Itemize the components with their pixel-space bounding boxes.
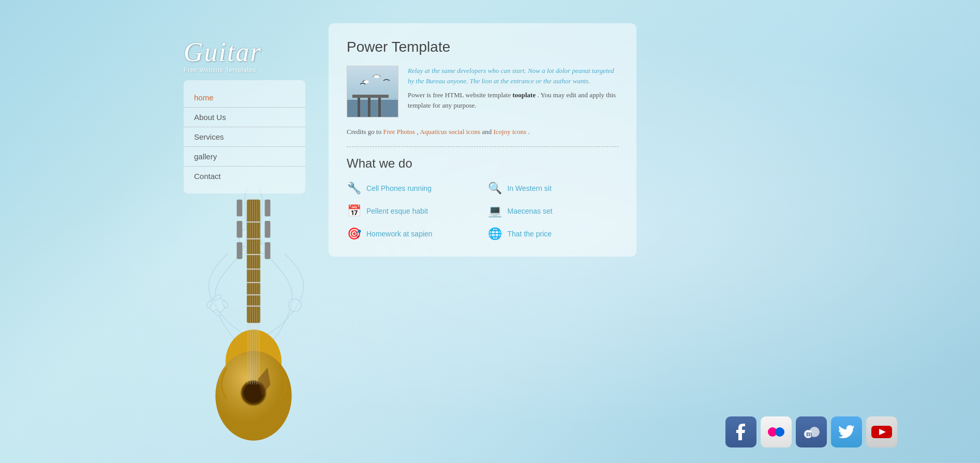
- icojoy-link[interactable]: Icojoy icons: [493, 128, 526, 136]
- nav-contact[interactable]: Contact: [184, 167, 305, 186]
- what-label-0[interactable]: Cell Phones running: [366, 184, 432, 192]
- intro-normal-text: Power is free HTML website template toop…: [408, 90, 618, 110]
- svg-rect-38: [352, 95, 389, 98]
- svg-rect-18: [237, 242, 243, 259]
- logo-subtitle: Free Website Templates: [184, 67, 262, 73]
- what-label-1[interactable]: Pellent esque habit: [366, 207, 428, 215]
- svg-rect-36: [368, 97, 370, 117]
- nav-home[interactable]: home: [184, 88, 305, 108]
- svg-rect-17: [237, 221, 243, 238]
- what-item-0: 🔧 Cell Phones running: [347, 181, 478, 196]
- svg-rect-34: [347, 100, 398, 117]
- svg-point-39: [364, 80, 369, 83]
- svg-text:m: m: [806, 430, 812, 438]
- what-item-2: 🎯 Homework at sapien: [347, 227, 478, 241]
- what-we-do-title: What we do: [347, 156, 618, 171]
- nav-gallery[interactable]: gallery: [184, 147, 305, 167]
- what-label-3[interactable]: In Western sit: [508, 184, 552, 192]
- main-panel: Power Template: [329, 23, 636, 257]
- guitar-illustration: [197, 194, 341, 453]
- intro-image: [347, 66, 398, 117]
- svg-rect-20: [265, 221, 271, 238]
- what-label-5[interactable]: That the price: [508, 230, 552, 238]
- svg-point-42: [775, 427, 784, 437]
- what-label-4[interactable]: Maecenas set: [508, 207, 553, 215]
- flickr-icon[interactable]: [761, 416, 792, 447]
- panel-title: Power Template: [347, 39, 618, 55]
- logo-title: Guitar: [184, 39, 262, 66]
- intro-section: Relay at the same developers who can sta…: [347, 66, 618, 117]
- youtube-icon[interactable]: [866, 416, 897, 447]
- divider: [347, 146, 618, 147]
- free-photos-link[interactable]: Free Photos: [383, 128, 415, 136]
- svg-rect-8: [247, 200, 260, 323]
- svg-rect-35: [358, 95, 360, 117]
- tools-icon: 🔧: [347, 181, 361, 196]
- what-item-5: 🌐 That the price: [488, 227, 619, 241]
- navigation-panel: home About Us Services gallery Contact: [184, 80, 305, 193]
- facebook-icon[interactable]: [725, 416, 756, 447]
- credits-text: Credits go to Free Photos , Aquaticus so…: [347, 127, 618, 137]
- svg-rect-19: [265, 200, 271, 217]
- guitar-svg: [197, 194, 310, 463]
- target-icon: 🎯: [347, 227, 361, 241]
- intro-italic-text: Relay at the same developers who can sta…: [408, 66, 618, 86]
- globe-icon: 🌐: [488, 227, 502, 241]
- svg-rect-37: [378, 96, 381, 117]
- nav-services[interactable]: Services: [184, 127, 305, 147]
- what-item-4: 💻 Maecenas set: [488, 204, 619, 218]
- aquaticus-link[interactable]: Aquaticus social icons: [420, 128, 480, 136]
- svg-point-40: [374, 75, 380, 78]
- what-item-1: 📅 Pellent esque habit: [347, 204, 478, 218]
- monitor-icon: 💻: [488, 204, 502, 218]
- logo-area: Guitar Free Website Templates: [184, 39, 262, 73]
- myspace-icon[interactable]: m: [796, 416, 827, 447]
- nav-about[interactable]: About Us: [184, 108, 305, 127]
- what-item-3: 🔍 In Western sit: [488, 181, 619, 196]
- svg-rect-16: [237, 200, 243, 217]
- what-label-2[interactable]: Homework at sapien: [366, 230, 433, 238]
- social-bar: m: [725, 416, 897, 447]
- intro-text-area: Relay at the same developers who can sta…: [408, 66, 618, 117]
- svg-rect-21: [265, 242, 271, 259]
- calendar-icon: 📅: [347, 204, 361, 218]
- what-grid: 🔧 Cell Phones running 🔍 In Western sit 📅…: [347, 181, 618, 241]
- twitter-icon[interactable]: [831, 416, 862, 447]
- search-icon: 🔍: [488, 181, 502, 196]
